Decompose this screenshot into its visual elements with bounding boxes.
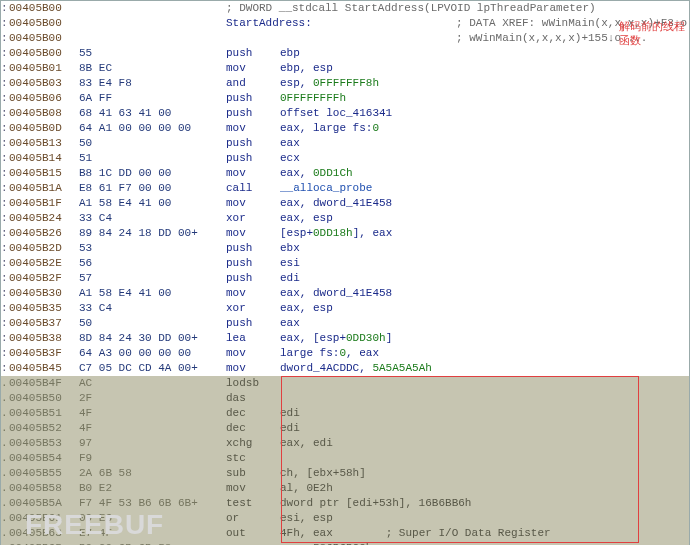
bytes: 09 E6 — [79, 511, 214, 526]
addr-prefix: . — [1, 436, 9, 451]
mnemonic: mov — [226, 61, 280, 76]
asm-row[interactable]: :00405B45C7 05 DC CD 4A 00+movdword_4ACD… — [1, 361, 689, 376]
disasm-lines[interactable]: :00405B0055pushebp:00405B018B ECmovebp, … — [1, 46, 689, 376]
immediate: 0 — [339, 347, 346, 359]
immediate: 0FFFFFFFFh — [280, 92, 346, 104]
operands: eax, esp — [280, 211, 333, 226]
asm-row[interactable]: .00405B4FAClodsb — [1, 376, 689, 391]
address: 00405B26 — [9, 226, 79, 241]
address: 00405B15 — [9, 166, 79, 181]
mnemonic: stc — [226, 451, 280, 466]
asm-row[interactable]: :00405B3533 C4xoreax, esp — [1, 301, 689, 316]
bytes: F7 4F 53 B6 6B 6B+ — [79, 496, 214, 511]
asm-row[interactable]: .00405B514Fdecedi — [1, 406, 689, 421]
mnemonic: xchg — [226, 436, 280, 451]
asm-row[interactable]: :00405B3F64 A3 00 00 00 00movlarge fs:0,… — [1, 346, 689, 361]
mnemonic: push — [226, 271, 280, 286]
address: 00405B08 — [9, 106, 79, 121]
asm-row[interactable]: .00405B6109 E6oresi, esp — [1, 511, 689, 526]
bytes: 53 — [79, 241, 214, 256]
asm-row[interactable]: :00405B2D53pushebx — [1, 241, 689, 256]
mnemonic: call — [226, 181, 280, 196]
operands: ch, [ebx+58h] — [280, 466, 366, 481]
operands: eax, [esp+0DD30h] — [280, 331, 392, 346]
address: 00405B3F — [9, 346, 79, 361]
mnemonic: lodsb — [226, 376, 280, 391]
asm-row[interactable]: :00405B3750pusheax — [1, 316, 689, 331]
address: 00405B65 — [9, 541, 79, 545]
asm-row[interactable]: .00405B63E7 4Fout4Fh, eax ; Super I/O Da… — [1, 526, 689, 541]
address: 00405B24 — [9, 211, 79, 226]
asm-row[interactable]: :00405B066A FFpush0FFFFFFFFh — [1, 91, 689, 106]
asm-row[interactable]: :00405B0055pushebp — [1, 46, 689, 61]
asm-row[interactable]: .00405B65B9 C9 6B 6B 58movecx, 586B6BC9h — [1, 541, 689, 545]
operands: edi — [280, 406, 300, 421]
bytes: 68 41 63 41 00 — [79, 106, 214, 121]
bytes: 4F — [79, 406, 214, 421]
addr-prefix: . — [1, 421, 9, 436]
asm-row[interactable]: :00405B388D 84 24 30 DD 00+leaeax, [esp+… — [1, 331, 689, 346]
addr-prefix: : — [1, 136, 9, 151]
asm-row[interactable]: :00405B1350pusheax — [1, 136, 689, 151]
undecoded-block[interactable]: .00405B4FAClodsb.00405B502Fdas.00405B514… — [1, 376, 689, 545]
addr-prefix: . — [1, 406, 9, 421]
asm-row[interactable]: .00405B58B0 E2moval, 0E2h — [1, 481, 689, 496]
address: 00405B52 — [9, 421, 79, 436]
asm-row[interactable]: :00405B2F57pushedi — [1, 271, 689, 286]
mnemonic: or — [226, 511, 280, 526]
asm-row[interactable]: :00405B1FA1 58 E4 41 00moveax, dword_41E… — [1, 196, 689, 211]
asm-row[interactable]: :00405B0D64 A1 00 00 00 00moveax, large … — [1, 121, 689, 136]
asm-row[interactable]: :00405B2E56pushesi — [1, 256, 689, 271]
addr-prefix: : — [1, 211, 9, 226]
asm-row[interactable]: .00405B552A 6B 58subch, [ebx+58h] — [1, 466, 689, 481]
annotation-text: 解码前的线程 函数 — [619, 19, 685, 47]
asm-row[interactable]: :00405B0383 E4 F8andesp, 0FFFFFFF8h — [1, 76, 689, 91]
address: 00405B37 — [9, 316, 79, 331]
operands: __alloca_probe — [280, 181, 372, 196]
address: 00405B53 — [9, 436, 79, 451]
call-target[interactable]: __alloca_probe — [280, 182, 372, 194]
asm-row[interactable]: :00405B1451pushecx — [1, 151, 689, 166]
bytes: 8D 84 24 30 DD 00+ — [79, 331, 214, 346]
mnemonic: test — [226, 496, 280, 511]
addr-prefix: . — [1, 496, 9, 511]
mnemonic: xor — [226, 211, 280, 226]
bytes: F9 — [79, 451, 214, 466]
asm-row[interactable]: :00405B0868 41 63 41 00pushoffset loc_41… — [1, 106, 689, 121]
address: 00405B30 — [9, 286, 79, 301]
addr-prefix: . — [1, 466, 9, 481]
asm-row[interactable]: .00405B5397xchgeax, edi — [1, 436, 689, 451]
asm-row[interactable]: :00405B30A1 58 E4 41 00moveax, dword_41E… — [1, 286, 689, 301]
asm-row[interactable]: :00405B15B8 1C DD 00 00moveax, 0DD1Ch — [1, 166, 689, 181]
asm-row[interactable]: :00405B018B ECmovebp, esp — [1, 61, 689, 76]
immediate: 0DD1Ch — [313, 167, 353, 179]
mnemonic: push — [226, 151, 280, 166]
asm-row[interactable]: .00405B54F9stc — [1, 451, 689, 466]
bytes: 50 — [79, 316, 214, 331]
operands: ecx — [280, 151, 300, 166]
addr-prefix: : — [1, 181, 9, 196]
immediate: 0FFFFFFF8h — [313, 77, 379, 89]
asm-row[interactable]: :00405B2689 84 24 18 DD 00+mov[esp+0DD18… — [1, 226, 689, 241]
addr-prefix: : — [1, 256, 9, 271]
bytes: E7 4F — [79, 526, 214, 541]
mnemonic: dec — [226, 406, 280, 421]
mnemonic: mov — [226, 121, 280, 136]
addr-prefix: : — [1, 196, 9, 211]
mnemonic: mov — [226, 481, 280, 496]
bytes: 4F — [79, 421, 214, 436]
asm-row[interactable]: :00405B1AE8 61 F7 00 00call__alloca_prob… — [1, 181, 689, 196]
operands: dword_4ACDDC, 5A5A5A5Ah — [280, 361, 432, 376]
bytes: 97 — [79, 436, 214, 451]
addr-prefix: : — [1, 106, 9, 121]
asm-row[interactable]: .00405B524Fdecedi — [1, 421, 689, 436]
bytes: 2A 6B 58 — [79, 466, 214, 481]
asm-row[interactable]: :00405B2433 C4xoreax, esp — [1, 211, 689, 226]
address: 00405B5A — [9, 496, 79, 511]
asm-row[interactable]: .00405B502Fdas — [1, 391, 689, 406]
operands: eax, edi — [280, 436, 333, 451]
asm-row[interactable]: .00405B5AF7 4F 53 B6 6B 6B+testdword ptr… — [1, 496, 689, 511]
operands: eax, large fs:0 — [280, 121, 379, 136]
operands: [esp+0DD18h], eax — [280, 226, 392, 241]
address: 00405B1F — [9, 196, 79, 211]
